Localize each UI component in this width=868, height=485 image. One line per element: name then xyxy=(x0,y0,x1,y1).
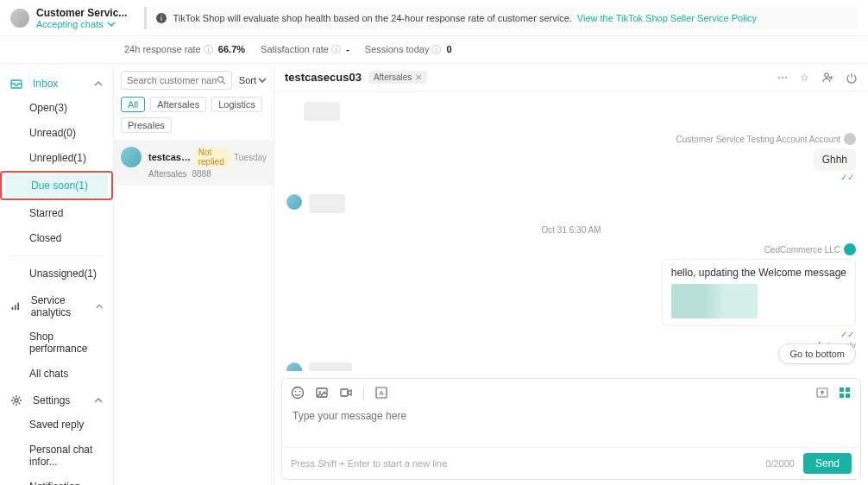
gear-icon xyxy=(10,394,22,406)
svg-rect-21 xyxy=(846,394,850,398)
redacted-content xyxy=(309,362,352,371)
search-input[interactable] xyxy=(127,75,217,85)
chat-body[interactable]: Customer Service Testing Account Account… xyxy=(274,91,868,371)
chevron-up-icon xyxy=(94,79,103,88)
svg-point-13 xyxy=(319,391,321,393)
accepting-status-dropdown[interactable]: Accepting chats xyxy=(36,19,127,29)
conv-order: 8888 xyxy=(192,169,211,179)
message-left xyxy=(286,194,856,213)
top-bar: Customer Servic... Accepting chats i Tik… xyxy=(0,0,868,36)
filter-chip-aftersales[interactable]: Aftersales xyxy=(150,97,206,112)
sidebar-inbox-header[interactable]: Inbox xyxy=(0,72,113,95)
chevron-down-icon xyxy=(107,20,116,28)
message-left xyxy=(286,362,856,371)
filter-chip-logistics[interactable]: Logistics xyxy=(211,97,262,112)
svg-rect-14 xyxy=(341,389,348,396)
message-right: CedCommerce LLC hello, updating the Welc… xyxy=(286,243,856,350)
delivered-checks-icon: ✓✓ xyxy=(840,173,854,182)
chevron-down-icon xyxy=(258,76,267,85)
svg-rect-3 xyxy=(12,307,14,310)
sidebar-item-closed[interactable]: Closed xyxy=(3,226,110,250)
svg-text:A: A xyxy=(379,389,384,397)
sidebar-item-unreplied[interactable]: Unreplied(1) xyxy=(3,146,110,170)
redacted-content xyxy=(304,102,340,121)
star-icon[interactable]: ☆ xyxy=(800,72,809,84)
customer-avatar xyxy=(121,147,142,167)
go-to-bottom-button[interactable]: Go to bottom xyxy=(778,343,856,364)
sidebar-item-starred[interactable]: Starred xyxy=(3,201,110,225)
composer-toolbar: A xyxy=(282,379,860,406)
metrics-bar: 24h response rate ⓘ 66.7% Satisfaction r… xyxy=(0,36,868,64)
timestamp-divider: Oct 31 6:30 AM xyxy=(286,225,856,235)
svg-text:i: i xyxy=(160,14,162,22)
translate-icon[interactable]: A xyxy=(374,386,388,400)
assign-icon[interactable] xyxy=(821,72,833,84)
svg-rect-4 xyxy=(15,305,16,310)
info-icon: i xyxy=(155,12,167,24)
analytics-label: Service analytics xyxy=(31,294,96,318)
delivered-checks-icon: ✓✓ xyxy=(840,330,854,339)
filter-chip-presales[interactable]: Presales xyxy=(121,117,172,133)
sessions-today-label: Sessions today ⓘ 0 xyxy=(365,43,452,56)
response-rate-label: 24h response rate ⓘ 66.7% xyxy=(124,43,245,56)
transfer-icon[interactable] xyxy=(815,386,829,400)
message-composer: A Press Shift + Enter to start a new lin… xyxy=(281,378,861,480)
video-icon[interactable] xyxy=(339,386,353,400)
power-icon[interactable] xyxy=(846,72,858,84)
sidebar-item-notification[interactable]: Notification settings xyxy=(3,475,110,485)
chat-column: testcasecus03 Aftersales ✕ ⋯ ☆ Customer … xyxy=(274,64,868,485)
app-title: Customer Servic... xyxy=(36,7,127,19)
conv-tag: Aftersales xyxy=(148,169,186,179)
sidebar-item-open[interactable]: Open(3) xyxy=(3,96,110,120)
conversation-item[interactable]: testcasecus... Not replied Tuesday After… xyxy=(114,140,274,186)
svg-rect-20 xyxy=(840,394,844,398)
chat-tag: Aftersales ✕ xyxy=(368,71,427,84)
welcome-message-bubble: hello, updating the Welcome message xyxy=(662,259,856,326)
image-icon[interactable] xyxy=(315,386,329,400)
svg-point-7 xyxy=(217,77,223,82)
conversation-list-column: Sort All Aftersales Logistics Presales t… xyxy=(114,64,274,485)
sidebar-settings-header[interactable]: Settings xyxy=(0,389,113,412)
svg-rect-5 xyxy=(17,303,19,310)
apps-icon[interactable] xyxy=(838,386,852,400)
svg-rect-19 xyxy=(846,387,850,392)
sidebar-item-shop-performance[interactable]: Shop performance xyxy=(3,324,110,361)
due-soon-highlight: Due soon(1) xyxy=(0,171,113,200)
svg-point-8 xyxy=(825,72,828,76)
sender-label: CedCommerce LLC xyxy=(764,243,856,255)
svg-point-11 xyxy=(299,391,301,393)
message-bubble: Ghhh xyxy=(814,148,856,171)
chat-header: testcasecus03 Aftersales ✕ ⋯ ☆ xyxy=(274,64,868,91)
send-button[interactable]: Send xyxy=(803,453,852,474)
svg-rect-18 xyxy=(840,387,844,392)
search-box[interactable] xyxy=(121,71,232,90)
agent-avatar-tiny xyxy=(844,133,856,145)
customer-avatar-tiny xyxy=(286,362,302,371)
sort-dropdown[interactable]: Sort xyxy=(239,75,267,85)
char-counter: 0/2000 xyxy=(765,458,795,469)
alert-text: TikTok Shop will evaluate shop health ba… xyxy=(173,13,571,23)
message-right: Customer Service Testing Account Account… xyxy=(286,133,856,182)
header-actions: ⋯ ☆ xyxy=(777,72,858,84)
emoji-icon[interactable] xyxy=(291,386,305,400)
inbox-icon xyxy=(10,78,22,90)
sidebar-item-all-chats[interactable]: All chats xyxy=(3,362,110,386)
message-input[interactable] xyxy=(292,410,850,438)
analytics-icon xyxy=(10,300,21,312)
chevron-up-icon xyxy=(94,396,103,405)
conv-time: Tuesday xyxy=(234,153,267,162)
sidebar-item-unassigned[interactable]: Unassigned(1) xyxy=(3,261,110,286)
seller-avatar-tiny xyxy=(844,243,856,255)
sidebar-item-due-soon[interactable]: Due soon(1) xyxy=(5,173,108,198)
sidebar-item-personal-chat[interactable]: Personal chat infor... xyxy=(3,438,110,474)
policy-link[interactable]: View the TikTok Shop Seller Service Poli… xyxy=(577,13,757,23)
sidebar-analytics-header[interactable]: Service analytics xyxy=(0,289,113,324)
sidebar-item-saved-reply[interactable]: Saved reply xyxy=(3,413,110,437)
welcome-text: hello, updating the Welcome message xyxy=(671,267,846,279)
not-replied-badge: Not replied xyxy=(195,147,230,167)
more-icon[interactable]: ⋯ xyxy=(777,72,788,84)
remove-tag-icon[interactable]: ✕ xyxy=(415,72,422,82)
sidebar-item-unread[interactable]: Unread(0) xyxy=(3,121,110,145)
status-label: Accepting chats xyxy=(36,19,104,29)
filter-chip-all[interactable]: All xyxy=(121,97,145,112)
